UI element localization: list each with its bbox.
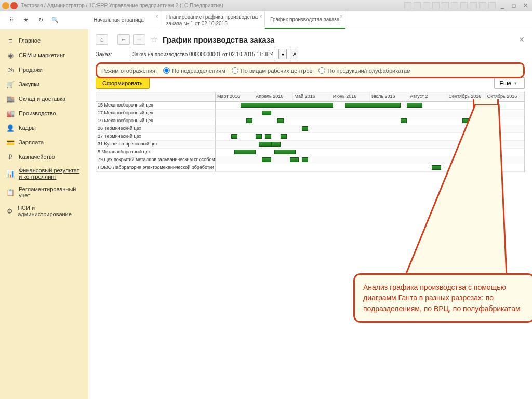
tab-close-icon[interactable]: × <box>155 13 158 20</box>
sidebar-icon: ⚙ <box>6 207 14 215</box>
sidebar-item[interactable]: 🛍Продажи <box>0 62 88 77</box>
sidebar-label: Регламентированный учет <box>19 186 82 198</box>
tab-close-icon[interactable]: × <box>259 13 262 20</box>
minimize-button[interactable]: _ <box>498 2 507 9</box>
search-icon[interactable]: 🔍 <box>50 15 60 25</box>
favorite-icon[interactable]: ☆ <box>151 35 157 44</box>
apps-icon[interactable]: ⠿ <box>6 15 17 25</box>
tabs: Начальная страница×Планирование графика … <box>88 11 532 29</box>
mode-option-products[interactable]: По продукции/полуфабрикатам <box>318 67 410 74</box>
sidebar-item[interactable]: ₽Казначейство <box>0 150 88 164</box>
gantt-bar <box>256 134 262 139</box>
sidebar-label: Производство <box>19 110 56 116</box>
maximize-button[interactable]: □ <box>509 2 518 9</box>
order-row: Заказ: ▾ ↗ <box>96 49 525 59</box>
more-label: Еще <box>500 80 511 86</box>
sidebar-item[interactable]: 👤Кадры <box>0 121 88 135</box>
gantt-name-header <box>96 92 216 101</box>
month-header: Июнь 2016 <box>331 92 370 101</box>
sidebar-item[interactable]: ◉CRM и маркетинг <box>0 48 88 62</box>
content-header: ⌂ ← → ☆ График производства заказа ✕ <box>96 34 525 45</box>
row-name: 26 Термический цех <box>96 125 216 132</box>
tab[interactable]: Начальная страница× <box>88 11 161 29</box>
sidebar-item[interactable]: 🏬Склад и доставка <box>0 91 88 106</box>
radio-products[interactable] <box>318 67 325 74</box>
sidebar-item[interactable]: 🛒Закупки <box>0 77 88 91</box>
radio-workcenters[interactable] <box>232 67 238 74</box>
sidebar-icon: ₽ <box>6 153 15 161</box>
mode-opt-label: По подразделениям <box>172 68 225 74</box>
row-name: 19 Механосборочный цех <box>96 117 216 125</box>
tab-label: График производства заказа <box>270 16 340 23</box>
sidebar-label: Кадры <box>19 125 36 131</box>
titlebar-icon[interactable] <box>442 2 449 9</box>
more-button[interactable]: Еще <box>494 77 525 89</box>
sidebar-icon: 🛍 <box>6 65 15 74</box>
gantt-bar <box>277 118 284 123</box>
star-icon[interactable]: ★ <box>21 15 31 25</box>
toolbar-left: ⠿ ★ ↻ 🔍 <box>0 11 88 29</box>
back-button[interactable]: ← <box>117 34 130 45</box>
titlebar-icon[interactable] <box>432 2 440 9</box>
mode-label: Режим отображения: <box>101 68 157 74</box>
radio-divisions[interactable] <box>163 67 170 74</box>
sidebar-label: Закупки <box>19 81 39 87</box>
display-mode-box: Режим отображения: По подразделениям По … <box>96 62 525 78</box>
sidebar-label: CRM и маркетинг <box>19 52 65 58</box>
sidebar-icon: 🏬 <box>6 95 15 103</box>
forward-button[interactable]: → <box>133 34 145 45</box>
sidebar-label: Склад и доставка <box>19 96 65 102</box>
mode-opt-label: По видам рабочих центров <box>241 68 313 74</box>
sidebar-item[interactable]: 📋Регламентированный учет <box>0 183 88 202</box>
sidebar-icon: 📋 <box>6 188 15 196</box>
row-name: 27 Термический цех <box>96 133 216 140</box>
tab-close-icon[interactable]: × <box>340 13 343 20</box>
close-icon[interactable]: ✕ <box>518 35 525 44</box>
titlebar-icon[interactable] <box>488 2 496 9</box>
dropdown-button[interactable]: ▾ <box>278 49 287 59</box>
gantt-bar <box>259 142 271 147</box>
titlebar-icon[interactable] <box>423 2 430 9</box>
titlebar-icon[interactable] <box>460 2 468 9</box>
order-input[interactable] <box>130 49 275 59</box>
sidebar-item[interactable]: 📊Финансовый результат и контроллинг <box>0 164 88 183</box>
month-header: Апрель 2016 <box>254 92 292 101</box>
sidebar-icon: 🏭 <box>6 109 15 117</box>
gantt-bar <box>281 134 287 139</box>
page-title: График производства заказа <box>163 35 274 44</box>
mode-option-workcenters[interactable]: По видам рабочих центров <box>232 67 313 74</box>
sidebar-item[interactable]: ⚙НСИ и администрирование <box>0 202 88 220</box>
main: ≡Главное◉CRM и маркетинг🛍Продажи🛒Закупки… <box>0 29 532 399</box>
open-button[interactable]: ↗ <box>290 49 298 59</box>
titlebar-text: Тестовая / Администратор / 1С:ERP Управл… <box>21 3 223 8</box>
mode-option-divisions[interactable]: По подразделениям <box>163 67 225 74</box>
svg-marker-0 <box>405 104 507 276</box>
titlebar-icon[interactable] <box>470 2 477 9</box>
sidebar-item[interactable]: 🏭Производство <box>0 106 88 121</box>
tab-label: Планирование графика производства заказа… <box>166 14 259 27</box>
gantt-bar <box>274 150 296 154</box>
action-row: Сформировать Еще <box>96 77 525 89</box>
titlebar-icon[interactable] <box>414 2 421 9</box>
annotation-callout: Анализ графика производства с помощью ди… <box>353 273 532 323</box>
gantt-bar <box>265 134 271 139</box>
gantt-bar <box>271 142 281 147</box>
gantt-header: Март 2016Апрель 2016Май 2016Июнь 2016Июл… <box>96 92 524 102</box>
titlebar-right-icons: _ □ ✕ <box>404 2 530 9</box>
row-name: 79 Цех покрытий металлов гальваническим … <box>96 156 216 164</box>
tab[interactable]: Планирование графика производства заказа… <box>161 11 265 29</box>
titlebar-icon[interactable] <box>479 2 486 9</box>
titlebar-icon[interactable] <box>404 2 411 9</box>
generate-button[interactable]: Сформировать <box>96 77 150 89</box>
sidebar-item[interactable]: ≡Главное <box>0 33 88 48</box>
sidebar-item[interactable]: 💳Зарплата <box>0 135 88 150</box>
home-button[interactable]: ⌂ <box>96 34 108 45</box>
history-icon[interactable]: ↻ <box>35 15 46 25</box>
content: ⌂ ← → ☆ График производства заказа ✕ Зак… <box>88 29 532 399</box>
close-button[interactable]: ✕ <box>521 2 530 9</box>
tab[interactable]: График производства заказа× <box>265 11 345 29</box>
app-icon-2 <box>10 2 18 9</box>
row-name: 5 Механосборочный цех <box>96 149 216 156</box>
titlebar-icon[interactable] <box>451 2 458 9</box>
sidebar-icon: 💳 <box>6 138 15 147</box>
